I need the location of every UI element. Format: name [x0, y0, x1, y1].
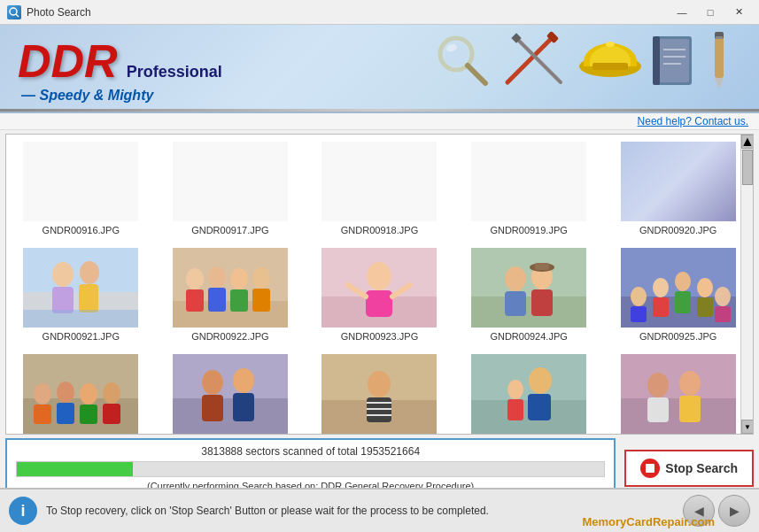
help-bar: Need help? Contact us.: [0, 113, 759, 130]
photo-cell-918[interactable]: GNDR00918.JPG: [305, 135, 454, 241]
svg-point-93: [529, 367, 552, 394]
status-bar: i To Stop recovery, click on 'Stop Searc…: [0, 488, 759, 532]
helmet-icon: [577, 29, 643, 91]
photo-cell-916[interactable]: GNDR00916.JPG: [6, 135, 156, 241]
svg-point-48: [505, 266, 526, 291]
photo-cell-925[interactable]: GNDR00925.JPG: [603, 241, 753, 347]
scrollbar[interactable]: ▲ ▼: [740, 135, 753, 434]
svg-rect-33: [186, 289, 204, 312]
progress-bar-fill: [17, 462, 133, 476]
svg-rect-47: [471, 297, 586, 328]
app-icon: [7, 5, 21, 19]
scroll-down-button[interactable]: ▼: [741, 420, 754, 434]
photo-thumb-924: [471, 248, 586, 328]
photo-cell-929[interactable]: GNDR00929.JPG: [454, 347, 604, 434]
stop-inner-square: [646, 464, 654, 473]
photo-thumb-927: [173, 354, 288, 434]
scroll-thumb[interactable]: [742, 150, 753, 185]
photo-thumb-918: [321, 142, 437, 221]
svg-rect-81: [233, 393, 254, 421]
photo-thumb-921: [23, 248, 138, 328]
photo-label-925: GNDR00925.JPG: [639, 331, 716, 342]
photo-cell-930[interactable]: GNDR00930.JPG: [603, 347, 753, 434]
svg-rect-26: [52, 287, 74, 313]
photo-cell-922[interactable]: GNDR00922.JPG: [156, 241, 306, 347]
help-link[interactable]: Need help? Contact us.: [638, 115, 748, 127]
photo-thumb-929: [471, 354, 586, 434]
svg-rect-79: [202, 395, 223, 421]
minimize-button[interactable]: —: [669, 4, 695, 21]
svg-rect-37: [230, 289, 248, 312]
photo-label-918: GNDR00918.JPG: [341, 225, 418, 235]
photo-grid-area: GNDR00916.JPG GNDR00917.JPG GNDR00918.JP…: [5, 134, 754, 435]
svg-point-74: [103, 382, 120, 404]
svg-point-84: [368, 371, 391, 397]
svg-line-6: [507, 38, 552, 82]
nav-next-button[interactable]: ▶: [718, 495, 750, 527]
stop-search-button[interactable]: Stop Search: [624, 450, 754, 487]
photo-cell-927[interactable]: GNDR00927.JPG: [156, 347, 306, 434]
svg-rect-15: [653, 36, 660, 85]
svg-line-1: [16, 14, 19, 17]
tagline: — Speedy & Mighty: [21, 88, 222, 104]
svg-rect-35: [208, 288, 226, 312]
photo-label-919: GNDR00919.JPG: [490, 225, 567, 235]
status-text: To Stop recovery, click on 'Stop Search'…: [46, 505, 674, 517]
svg-rect-65: [715, 306, 731, 322]
progress-bar-container: [16, 461, 605, 477]
photo-label-923: GNDR00923.JPG: [341, 331, 418, 342]
maximize-button[interactable]: □: [697, 4, 724, 21]
svg-rect-22: [716, 36, 723, 39]
svg-rect-59: [653, 297, 669, 317]
svg-point-12: [606, 42, 615, 47]
close-button[interactable]: ✕: [725, 4, 752, 21]
magnifier-icon: [434, 32, 492, 89]
svg-rect-29: [23, 310, 138, 328]
svg-point-38: [252, 267, 270, 289]
svg-point-68: [34, 383, 51, 405]
photo-label-922: GNDR00922.JPG: [191, 331, 268, 342]
scroll-up-button[interactable]: ▲: [741, 135, 754, 149]
photo-cell-926[interactable]: GNDR00926.JPG: [6, 347, 156, 434]
stop-icon: [640, 459, 660, 478]
svg-rect-100: [679, 396, 701, 422]
svg-rect-49: [505, 291, 526, 316]
photo-cell-923[interactable]: GNDR00923.JPG: [305, 241, 454, 347]
photo-cell-920[interactable]: GNDR00920.JPG: [603, 135, 753, 241]
photo-thumb-928: [321, 354, 437, 434]
svg-rect-96: [621, 398, 736, 434]
svg-point-64: [715, 287, 731, 306]
photo-cell-919[interactable]: GNDR00919.JPG: [454, 135, 604, 241]
photo-thumb-922: [173, 248, 288, 328]
photo-cell-921[interactable]: GNDR00921.JPG: [6, 241, 156, 347]
svg-rect-19: [715, 34, 724, 78]
stop-search-label: Stop Search: [665, 461, 738, 475]
brand-name: DDR: [18, 38, 118, 84]
svg-marker-20: [715, 78, 724, 89]
photo-thumb-920: [621, 142, 736, 221]
svg-point-78: [202, 370, 223, 395]
svg-point-27: [80, 261, 99, 284]
photo-label-921: GNDR00921.JPG: [43, 331, 120, 342]
photo-thumb-916: [23, 142, 138, 221]
photo-thumb-930: [621, 354, 736, 434]
svg-rect-53: [535, 263, 549, 270]
header-banner: DDR Professional — Speedy & Mighty: [0, 25, 759, 113]
svg-rect-51: [531, 289, 553, 316]
svg-point-80: [233, 368, 254, 393]
photo-cell-928[interactable]: GNDR00928.JPG: [305, 347, 454, 434]
photo-cell-917[interactable]: GNDR00917.JPG: [156, 135, 306, 241]
photo-thumb-926: [23, 354, 138, 434]
svg-point-72: [80, 383, 97, 405]
svg-point-34: [208, 266, 226, 288]
photo-cell-924[interactable]: GNDR00924.JPG: [454, 241, 604, 347]
svg-rect-43: [366, 290, 392, 317]
book-icon: [650, 32, 699, 89]
tools-icon: [499, 29, 569, 91]
svg-rect-61: [675, 291, 691, 313]
header-decorations: [434, 29, 732, 91]
product-name: Professional: [127, 63, 222, 81]
svg-point-25: [52, 262, 74, 287]
photo-grid: GNDR00916.JPG GNDR00917.JPG GNDR00918.JP…: [6, 135, 753, 434]
svg-point-42: [367, 262, 391, 290]
